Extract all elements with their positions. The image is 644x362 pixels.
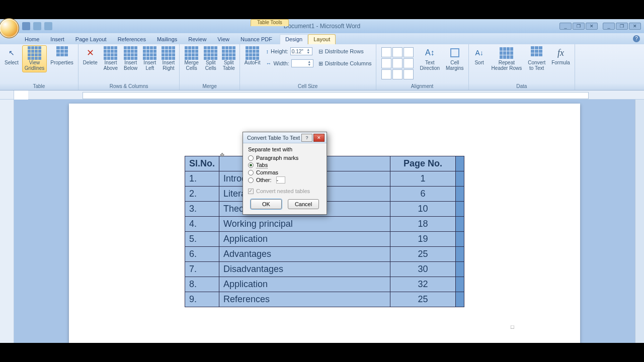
doc-restore-button[interactable]: ❐ <box>573 23 585 30</box>
alignment-grid[interactable] <box>381 47 414 79</box>
tab-home[interactable]: Home <box>19 34 45 44</box>
cell-topic[interactable]: Application <box>219 232 390 247</box>
sort-button[interactable]: A↓ Sort <box>471 45 488 67</box>
view-gridlines-button[interactable]: View Gridlines <box>22 45 47 72</box>
help-icon[interactable]: ? <box>633 35 640 42</box>
width-icon: ↔ <box>266 60 271 66</box>
table-row[interactable]: 6.Advantages25 <box>185 247 464 262</box>
app-close-button[interactable]: ✕ <box>629 23 641 30</box>
cell-page[interactable]: 1 <box>390 171 456 187</box>
distribute-rows-button[interactable]: ⊟Distribute Rows <box>318 46 372 56</box>
dialog-titlebar[interactable]: Convert Table To Text ? ✕ <box>243 132 327 143</box>
properties-button[interactable]: Properties <box>48 45 76 67</box>
dialog-help-button[interactable]: ? <box>301 134 312 142</box>
vertical-ruler[interactable] <box>0 100 14 343</box>
table-row[interactable]: 4.Working principal18 <box>185 217 464 232</box>
cell-margins-button[interactable]: Cell Margins <box>443 45 466 72</box>
insert-below-icon <box>125 47 137 59</box>
qat-undo-icon[interactable] <box>33 22 41 30</box>
delete-button[interactable]: ✕ Delete <box>80 45 100 67</box>
insert-left-button[interactable]: Insert Left <box>141 45 158 72</box>
convert-to-text-button[interactable]: Convert to Text <box>525 45 548 72</box>
cell-topic[interactable]: Application <box>219 277 390 292</box>
cell-slno[interactable]: 6. <box>185 247 219 262</box>
distribute-columns-button[interactable]: ⊞Distribute Columns <box>318 58 372 68</box>
split-table-button[interactable]: Split Table <box>220 45 237 72</box>
select-button[interactable]: ↖ Select <box>2 45 21 67</box>
header-page[interactable]: Page No. <box>390 156 456 171</box>
table-resize-handle-icon[interactable]: □ <box>511 324 514 330</box>
tab-design[interactable]: Design <box>280 34 308 44</box>
cell-page[interactable]: 6 <box>390 187 456 202</box>
cell-page[interactable]: 10 <box>390 202 456 217</box>
cell-page[interactable]: 19 <box>390 232 456 247</box>
cell-page[interactable]: 32 <box>390 277 456 292</box>
app-minimize-button[interactable]: _ <box>603 23 615 30</box>
cell-topic[interactable]: Disadvantages <box>219 262 390 277</box>
cell-slno[interactable]: 1. <box>185 171 219 187</box>
cell-page[interactable]: 25 <box>390 292 456 307</box>
insert-below-button[interactable]: Insert Below <box>121 45 140 72</box>
qat-save-icon[interactable] <box>22 22 30 30</box>
formula-button[interactable]: fx Formula <box>549 45 573 67</box>
cell-topic[interactable]: References <box>219 292 390 307</box>
cancel-button[interactable]: Cancel <box>288 199 319 209</box>
autofit-button[interactable]: AutoFit <box>242 45 263 67</box>
cell-slno[interactable]: 4. <box>185 217 219 232</box>
cell-slno[interactable]: 5. <box>185 232 219 247</box>
radio-icon <box>248 162 254 168</box>
tab-review[interactable]: Review <box>183 34 212 44</box>
ok-button[interactable]: OK <box>251 199 282 209</box>
height-input[interactable]: 0.12"▲▼ <box>290 47 312 55</box>
tab-mailings[interactable]: Mailings <box>151 34 183 44</box>
table-row[interactable]: 8.Application32 <box>185 277 464 292</box>
tab-insert[interactable]: Insert <box>45 34 70 44</box>
doc-close-button[interactable]: ✕ <box>586 23 598 30</box>
radio-paragraph-marks[interactable]: Paragraph marks <box>248 154 321 161</box>
table-row[interactable]: 5.Application19 <box>185 232 464 247</box>
table-row[interactable]: 9.References25 <box>185 292 464 307</box>
cell-page[interactable]: 25 <box>390 247 456 262</box>
merge-cells-button[interactable]: Merge Cells <box>182 45 201 72</box>
tab-page-layout[interactable]: Page Layout <box>70 34 112 44</box>
tab-view[interactable]: View <box>212 34 235 44</box>
radio-other[interactable]: Other:- <box>248 176 321 184</box>
text-direction-button[interactable]: A↕ Text Direction <box>418 45 442 72</box>
insert-above-button[interactable]: Insert Above <box>101 45 120 72</box>
repeat-header-icon <box>501 47 513 59</box>
horizontal-ruler[interactable] <box>28 90 644 100</box>
header-slno[interactable]: Sl.No. <box>185 156 219 171</box>
table-row[interactable]: 7.Disadvantages30 <box>185 262 464 277</box>
doc-minimize-button[interactable]: _ <box>559 23 572 30</box>
radio-commas[interactable]: Commas <box>248 169 321 176</box>
distribute-rows-icon: ⊟ <box>318 48 323 55</box>
tab-nuance-pdf[interactable]: Nuance PDF <box>235 34 278 44</box>
selection-edge <box>456 217 464 232</box>
cell-page[interactable]: 18 <box>390 217 456 232</box>
split-cells-button[interactable]: Split Cells <box>202 45 219 72</box>
table-move-handle-icon[interactable]: ✥ <box>220 152 224 158</box>
width-label: Width: <box>273 60 289 66</box>
qat-redo-icon[interactable] <box>44 22 52 30</box>
cell-slno[interactable]: 3. <box>185 202 219 217</box>
formula-icon: fx <box>555 47 567 59</box>
app-restore-button[interactable]: ❐ <box>616 23 628 30</box>
cell-slno[interactable]: 8. <box>185 277 219 292</box>
cell-slno[interactable]: 2. <box>185 187 219 202</box>
width-input[interactable]: ▲▼ <box>291 59 313 67</box>
radio-tabs[interactable]: Tabs <box>248 161 321 169</box>
cell-slno[interactable]: 9. <box>185 292 219 307</box>
cell-slno[interactable]: 7. <box>185 262 219 277</box>
group-rows-columns: ✕ Delete Insert Above Insert Below Inser… <box>78 44 180 90</box>
vertical-scrollbar[interactable] <box>635 100 644 343</box>
tab-layout[interactable]: Layout <box>308 34 336 44</box>
dialog-close-button[interactable]: ✕ <box>313 134 325 142</box>
repeat-header-rows-button[interactable]: Repeat Header Rows <box>489 45 525 72</box>
other-separator-input[interactable]: - <box>276 176 285 184</box>
gridlines-icon <box>29 47 41 59</box>
cell-topic[interactable]: Working principal <box>219 217 390 232</box>
cell-topic[interactable]: Advantages <box>219 247 390 262</box>
cell-page[interactable]: 30 <box>390 262 456 277</box>
insert-right-button[interactable]: Insert Right <box>159 45 177 72</box>
tab-references[interactable]: References <box>112 34 151 44</box>
